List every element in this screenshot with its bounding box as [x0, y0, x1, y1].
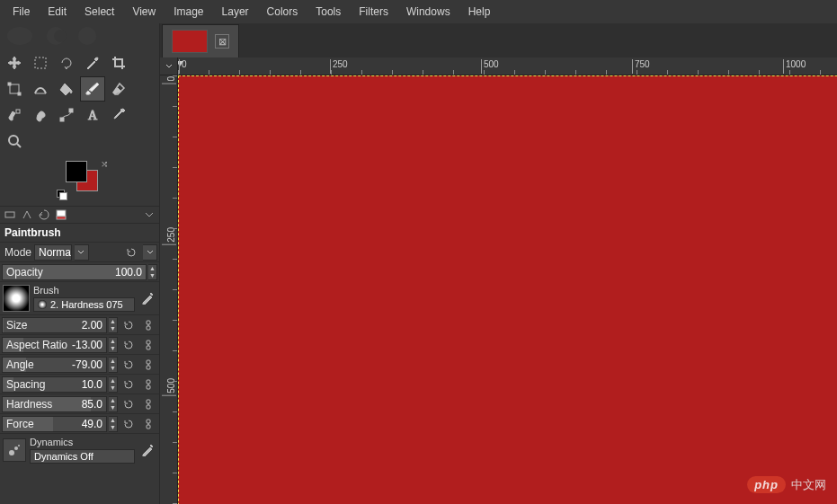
opacity-slider[interactable]: Opacity 100.0 — [2, 264, 147, 280]
menu-colors[interactable]: Colors — [258, 2, 307, 22]
image-tab-thumbnail — [172, 30, 208, 53]
tool-path[interactable] — [54, 102, 79, 128]
chevron-down-icon[interactable] — [143, 244, 157, 261]
tool-options-tab-icon[interactable] — [2, 208, 18, 222]
hardness-reset-icon[interactable] — [120, 396, 138, 412]
force-link-icon[interactable] — [139, 416, 157, 432]
ruler-h-tick: 0 — [179, 59, 187, 74]
size-reset-icon[interactable] — [120, 317, 138, 333]
close-icon[interactable]: ⊠ — [215, 34, 229, 49]
svg-rect-4 — [35, 57, 46, 68]
tool-warp[interactable] — [28, 76, 53, 102]
angle-reset-icon[interactable] — [120, 357, 138, 373]
angle-link-icon[interactable] — [139, 357, 157, 373]
svg-rect-33 — [147, 425, 150, 429]
tool-fuzzy-select[interactable] — [80, 50, 105, 75]
menu-view[interactable]: View — [123, 2, 165, 22]
hardness-slider[interactable]: Hardness85.0 — [2, 396, 107, 412]
dynamics-edit-icon[interactable] — [138, 442, 156, 458]
tool-zoom[interactable] — [2, 128, 27, 154]
canvas[interactable] — [178, 75, 837, 504]
menu-edit[interactable]: Edit — [39, 2, 76, 22]
size-link-icon[interactable] — [139, 317, 157, 333]
aspect-reset-icon[interactable] — [120, 337, 138, 353]
brush-edit-icon[interactable] — [138, 290, 156, 306]
svg-rect-15 — [57, 210, 66, 217]
color-selector: ⤭ — [53, 161, 107, 197]
tool-move[interactable] — [2, 50, 27, 75]
svg-text:A: A — [88, 109, 98, 122]
dynamics-dropdown[interactable]: Dynamics Off — [30, 449, 135, 464]
aspect-spinner[interactable]: ▲▼ — [109, 337, 118, 353]
aspect-ratio-slider[interactable]: Aspect Ratio-13.00 — [2, 337, 107, 353]
spacing-spinner[interactable]: ▲▼ — [109, 376, 118, 393]
angle-spinner[interactable]: ▲▼ — [109, 357, 118, 373]
svg-rect-9 — [16, 110, 20, 113]
ruler-h-tick: 1000 — [783, 59, 806, 74]
dock-menu-icon[interactable] — [141, 208, 157, 222]
ruler-horizontal[interactable]: 0 250 500 750 1000 — [178, 57, 837, 75]
ruler-origin-toggle[interactable] — [160, 57, 178, 75]
svg-point-13 — [9, 136, 18, 145]
menu-filters[interactable]: Filters — [350, 2, 397, 22]
force-spinner[interactable]: ▲▼ — [109, 416, 118, 432]
spacing-link-icon[interactable] — [139, 376, 157, 393]
dynamics-icon[interactable] — [3, 438, 26, 462]
svg-rect-16 — [57, 217, 66, 219]
image-tab-bar: ⊠ — [160, 23, 837, 57]
tool-options-title: Paintbrush — [0, 224, 159, 242]
size-spinner[interactable]: ▲▼ — [109, 317, 118, 333]
mode-dropdown[interactable]: Normal — [34, 244, 71, 261]
brush-name-field[interactable]: 2. Hardness 075 — [33, 297, 135, 312]
default-colors-icon[interactable] — [57, 190, 66, 199]
tool-eraser[interactable] — [106, 76, 131, 102]
brush-preview-icon[interactable] — [3, 285, 30, 312]
tool-text[interactable]: A — [80, 102, 105, 128]
tool-clone[interactable] — [2, 102, 27, 128]
svg-rect-32 — [147, 420, 150, 423]
svg-rect-30 — [147, 405, 150, 409]
svg-point-2 — [54, 30, 67, 42]
size-slider[interactable]: Size2.00 — [2, 317, 107, 333]
menu-image[interactable]: Image — [165, 2, 212, 22]
watermark: php 中文网 — [747, 476, 826, 493]
force-reset-icon[interactable] — [120, 416, 138, 432]
aspect-link-icon[interactable] — [139, 337, 157, 353]
canvas-viewport[interactable]: php 中文网 — [178, 75, 837, 504]
images-tab-icon[interactable] — [53, 208, 69, 222]
menu-windows[interactable]: Windows — [397, 2, 459, 22]
foreground-color[interactable] — [66, 161, 87, 182]
spacing-slider[interactable]: Spacing10.0 — [2, 376, 107, 393]
image-tab[interactable]: ⊠ — [162, 24, 239, 57]
ruler-vertical[interactable]: 0 250 500 — [160, 75, 178, 504]
swap-colors-icon[interactable]: ⤭ — [101, 159, 108, 169]
tool-paintbrush[interactable] — [80, 76, 105, 102]
tool-smudge[interactable] — [28, 102, 53, 128]
svg-rect-7 — [8, 83, 11, 85]
tool-rect-select[interactable] — [28, 50, 53, 75]
chevron-down-icon[interactable] — [75, 244, 89, 261]
force-slider[interactable]: Force49.0 — [2, 416, 107, 432]
tool-crop[interactable] — [106, 50, 131, 75]
angle-slider[interactable]: Angle-79.00 — [2, 357, 107, 373]
image-window: ⊠ 0 250 500 750 1000 0 250 500 php — [160, 23, 837, 504]
menu-file[interactable]: File — [4, 2, 39, 22]
tool-free-select[interactable] — [54, 50, 79, 75]
svg-rect-14 — [5, 212, 14, 217]
opacity-spinner[interactable]: ▲▼ — [148, 264, 157, 280]
device-status-tab-icon[interactable] — [19, 208, 35, 222]
tool-color-picker[interactable] — [106, 102, 131, 128]
mode-reset-icon[interactable] — [122, 244, 140, 261]
php-logo-icon: php — [747, 476, 786, 493]
hardness-spinner[interactable]: ▲▼ — [109, 396, 118, 412]
menu-tools[interactable]: Tools — [307, 2, 350, 22]
svg-point-5 — [96, 57, 98, 59]
hardness-link-icon[interactable] — [139, 396, 157, 412]
undo-history-tab-icon[interactable] — [36, 208, 52, 222]
tool-bucket-fill[interactable] — [54, 76, 79, 102]
menu-layer[interactable]: Layer — [213, 2, 258, 22]
menu-help[interactable]: Help — [459, 2, 500, 22]
spacing-reset-icon[interactable] — [120, 376, 138, 393]
tool-unified-transform[interactable] — [2, 76, 27, 102]
menu-select[interactable]: Select — [76, 2, 123, 22]
